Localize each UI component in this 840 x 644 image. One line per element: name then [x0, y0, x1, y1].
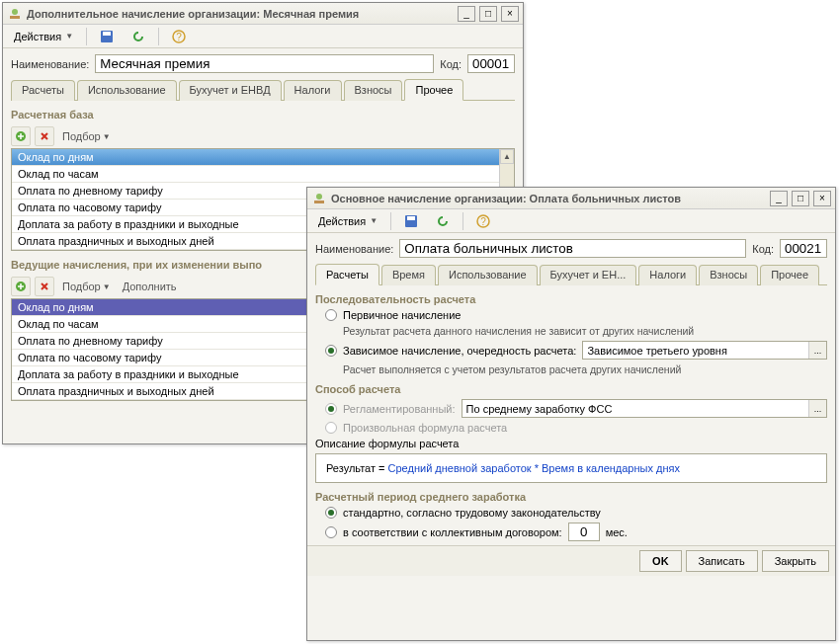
tab-3[interactable]: Налоги	[284, 80, 342, 101]
period-months-input[interactable]	[568, 523, 600, 541]
group-header-base: Расчетная база	[11, 109, 515, 121]
bottom-bar: OK Записать Закрыть	[307, 545, 835, 576]
close-button[interactable]: ×	[813, 191, 831, 206]
tab-0[interactable]: Расчеты	[11, 80, 75, 101]
name-label: Наименование:	[11, 58, 89, 70]
tab-2[interactable]: Бухучет и ЕНВД	[179, 80, 282, 101]
hint-dependent: Расчет выполняется с учетом результатов …	[343, 363, 827, 375]
maximize-button[interactable]: □	[792, 191, 809, 206]
radio-regulated-label: Регламентированный:	[343, 403, 456, 415]
help-icon-button[interactable]: ?	[165, 27, 193, 46]
chevron-down-icon: ▼	[103, 132, 111, 141]
refresh-icon-button[interactable]	[429, 211, 457, 231]
list-item[interactable]: Оклад по часам	[12, 166, 514, 183]
list-toolbar: Подбор▼	[11, 124, 515, 148]
ok-button[interactable]: OK	[639, 550, 682, 572]
radio-dependent-label: Зависимое начисление, очередность расчет…	[343, 345, 576, 357]
dependent-level-value: Зависимое третьего уровня	[583, 344, 808, 358]
radio-collective-period[interactable]	[325, 526, 337, 538]
tabs: РасчетыВремяИспользованиеБухучет и ЕН...…	[315, 264, 827, 285]
separator	[158, 28, 159, 45]
tab-6[interactable]: Прочее	[760, 265, 819, 285]
group-header-method: Способ расчета	[315, 383, 827, 395]
radio-primary[interactable]	[325, 309, 337, 321]
pick-button[interactable]: Подбор▼	[58, 130, 115, 142]
svg-point-0	[12, 9, 18, 15]
tab-5[interactable]: Прочее	[404, 79, 463, 101]
ellipsis-button[interactable]: ...	[808, 342, 826, 359]
toolbar: Действия▼ ?	[307, 209, 835, 233]
code-input[interactable]	[467, 54, 515, 73]
hint-primary: Результат расчета данного начисления не …	[343, 325, 827, 337]
delete-icon-button[interactable]	[35, 126, 54, 146]
svg-rect-9	[314, 201, 324, 203]
code-input[interactable]	[780, 239, 827, 258]
help-icon-button[interactable]: ?	[469, 211, 497, 231]
window-title: Дополнительное начисление организации: М…	[27, 8, 458, 20]
radio-primary-label: Первичное начисление	[343, 309, 461, 321]
formula-expression: Средний дневной заработок * Время в кале…	[388, 462, 680, 474]
group-header-sequence: Последовательность расчета	[315, 293, 827, 305]
pick-button[interactable]: Подбор▼	[58, 281, 115, 292]
tab-4[interactable]: Налоги	[638, 265, 697, 285]
tab-0[interactable]: Расчеты	[315, 264, 379, 285]
window-title: Основное начисление организации: Оплата …	[331, 193, 770, 204]
window-sick-leave: Основное начисление организации: Оплата …	[306, 187, 836, 641]
formula-prefix: Результат =	[326, 462, 388, 474]
radio-freeform	[325, 422, 337, 434]
group-header-period: Расчетный период среднего заработка	[315, 491, 827, 503]
tab-3[interactable]: Бухучет и ЕН...	[540, 265, 637, 285]
tab-1[interactable]: Время	[381, 265, 436, 285]
add-icon-button[interactable]	[11, 277, 31, 296]
tab-2[interactable]: Использование	[438, 265, 538, 285]
minimize-button[interactable]: _	[458, 6, 475, 22]
regulated-method-select[interactable]: По среднему заработку ФСС ...	[462, 399, 827, 418]
tab-1[interactable]: Использование	[77, 80, 177, 101]
additional-button[interactable]: Дополнить	[119, 281, 181, 292]
separator	[462, 212, 463, 230]
tab-4[interactable]: Взносы	[344, 80, 403, 101]
chevron-down-icon: ▼	[103, 282, 111, 291]
list-item[interactable]: Оклад по дням	[12, 149, 514, 166]
titlebar[interactable]: Дополнительное начисление организации: М…	[3, 3, 523, 25]
minimize-button[interactable]: _	[770, 191, 788, 206]
dependent-level-select[interactable]: Зависимое третьего уровня ...	[582, 341, 827, 360]
formula-label: Описание формулы расчета	[315, 438, 827, 449]
svg-text:?: ?	[176, 32, 182, 42]
toolbar: Действия▼ ?	[3, 25, 523, 48]
regulated-method-value: По среднему заработку ФСС	[462, 402, 808, 416]
close-button[interactable]: Закрыть	[762, 550, 829, 572]
code-label: Код:	[752, 243, 774, 255]
ellipsis-button[interactable]: ...	[808, 400, 826, 417]
chevron-down-icon: ▼	[370, 216, 378, 225]
close-button[interactable]: ×	[501, 6, 519, 22]
period-unit-label: мес.	[606, 526, 628, 538]
separator	[86, 28, 87, 45]
radio-standard-period-label: стандартно, согласно трудовому законодат…	[343, 507, 601, 519]
radio-collective-period-label: в соответствии с коллективным договором:	[343, 526, 562, 538]
radio-standard-period[interactable]	[325, 507, 337, 519]
actions-label: Действия	[318, 215, 366, 227]
save-icon-button[interactable]	[93, 27, 121, 46]
add-icon-button[interactable]	[11, 126, 31, 146]
actions-label: Действия	[14, 31, 61, 42]
refresh-icon-button[interactable]	[125, 27, 152, 46]
radio-dependent[interactable]	[325, 345, 337, 357]
scroll-up-icon[interactable]: ▲	[500, 149, 514, 164]
actions-menu[interactable]: Действия▼	[7, 27, 80, 46]
actions-menu[interactable]: Действия▼	[311, 211, 384, 231]
app-icon	[311, 191, 327, 206]
save-button[interactable]: Записать	[686, 550, 758, 572]
name-input[interactable]	[399, 239, 746, 258]
app-icon	[7, 6, 23, 22]
titlebar[interactable]: Основное начисление организации: Оплата …	[307, 188, 835, 209]
radio-freeform-label: Произвольная формула расчета	[343, 422, 507, 434]
name-input[interactable]	[95, 54, 434, 73]
chevron-down-icon: ▼	[65, 32, 73, 40]
delete-icon-button[interactable]	[35, 277, 54, 296]
svg-rect-3	[103, 32, 111, 36]
svg-rect-1	[10, 16, 20, 19]
save-icon-button[interactable]	[397, 211, 425, 231]
tab-5[interactable]: Взносы	[699, 265, 758, 285]
maximize-button[interactable]: □	[479, 6, 497, 22]
